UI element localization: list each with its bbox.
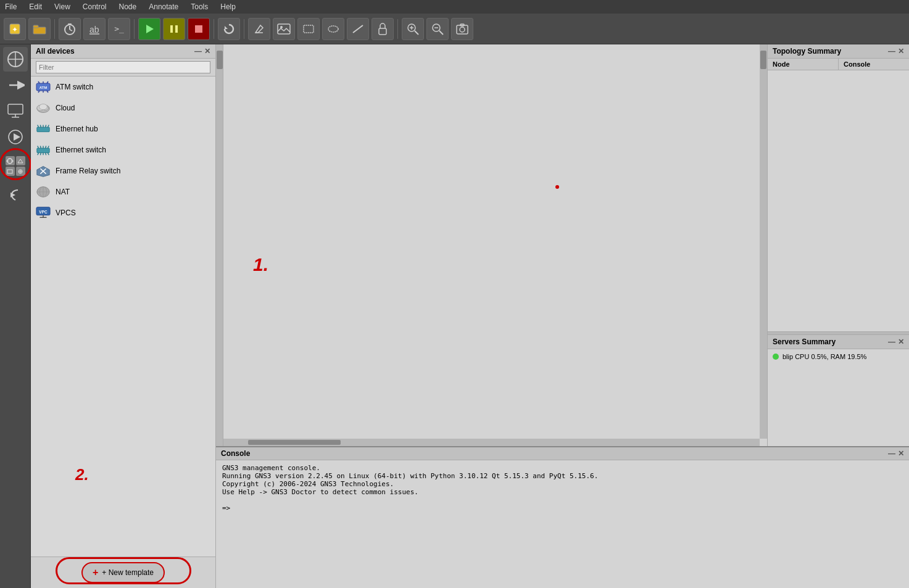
svg-line-62 [40, 125, 41, 128]
pause-button[interactable] [163, 18, 185, 40]
reload-button[interactable] [218, 18, 240, 40]
server-item-blip: blip CPU 0.5%, RAM 19.5% [773, 353, 904, 360]
menu-edit[interactable]: Edit [27, 1, 44, 12]
rect-annotation-button[interactable] [297, 18, 320, 40]
canvas-vscroll-left[interactable] [216, 44, 223, 446]
toolbar-sep-2 [134, 19, 135, 39]
device-item-cloud[interactable]: Cloud [31, 97, 215, 118]
open-project-button[interactable] [28, 18, 51, 40]
svg-line-70 [46, 146, 46, 149]
svg-line-23 [415, 31, 418, 35]
play-sidebar-icon[interactable] [3, 125, 28, 149]
canvas[interactable]: 1. [216, 44, 767, 446]
menu-file[interactable]: File [2, 1, 19, 12]
svg-line-73 [40, 153, 41, 155]
topology-summary: Topology Summary — ✕ Node Console [768, 44, 909, 331]
device-item-atm-switch[interactable]: ATM ATM switch [31, 77, 215, 97]
servers-minimize-icon[interactable]: — [888, 337, 895, 346]
svg-text:ATM: ATM [39, 86, 48, 89]
ethernet-switch-label: Ethernet switch [56, 146, 106, 154]
canvas-hscroll[interactable] [223, 439, 760, 446]
terminal-button[interactable]: >_ [108, 18, 130, 40]
new-template-bar: + + New template [31, 557, 215, 588]
plus-icon: + [93, 567, 98, 578]
vscroll-thumb-right[interactable] [760, 51, 766, 69]
servers-close-icon[interactable]: ✕ [898, 337, 904, 346]
devices-panel-minimize[interactable]: — [194, 47, 202, 56]
frame-relay-switch-icon [36, 164, 51, 178]
screenshot-button[interactable] [451, 18, 473, 40]
svg-rect-29 [457, 25, 468, 34]
svg-rect-21 [379, 28, 386, 35]
canvas-vscroll-right[interactable] [760, 44, 767, 439]
svg-rect-35 [8, 104, 23, 114]
cloud-icon [36, 101, 51, 115]
filter-input[interactable] [36, 61, 210, 73]
svg-rect-66 [37, 148, 49, 152]
servers-header-icons: — ✕ [888, 337, 904, 346]
cloud-label: Cloud [56, 104, 75, 112]
svg-line-27 [439, 31, 443, 35]
cloud-svg [36, 102, 51, 114]
svg-marker-39 [14, 133, 20, 141]
topology-table-header: Node Console [768, 59, 909, 70]
device-item-ethernet-switch[interactable]: Ethernet switch [31, 139, 215, 160]
back-icon[interactable] [3, 183, 28, 207]
atm-switch-icon: ATM [36, 80, 51, 94]
topology-body [768, 70, 909, 331]
svg-line-20 [353, 25, 363, 33]
text-edit-button[interactable]: ab [83, 18, 106, 40]
play-button[interactable] [138, 18, 160, 40]
export-image-button[interactable] [273, 18, 295, 40]
ellipse-annotation-button[interactable] [322, 18, 344, 40]
lock-button[interactable] [371, 18, 394, 40]
svg-rect-18 [304, 25, 313, 33]
svg-marker-47 [10, 193, 15, 197]
vscroll-thumb-left[interactable] [217, 51, 223, 69]
device-item-nat[interactable]: NAT [31, 181, 215, 202]
device-item-vpcs[interactable]: VPC VPCS [31, 202, 215, 223]
console-line-5 [222, 496, 903, 504]
edit-mode-button[interactable] [248, 18, 270, 40]
devices-panel-title: All devices [36, 47, 75, 56]
menu-node[interactable]: Node [117, 1, 139, 12]
vpcs-label: VPCS [56, 209, 76, 217]
svg-line-76 [48, 153, 49, 155]
device-item-ethernet-hub[interactable]: Ethernet hub [31, 118, 215, 139]
console-minimize-icon[interactable]: — [888, 449, 895, 458]
topology-close-icon[interactable]: ✕ [898, 47, 904, 56]
timer-button[interactable] [59, 18, 81, 40]
pointer-mode-icon[interactable] [3, 47, 28, 72]
zoom-out-button[interactable] [426, 18, 449, 40]
devices-panel-close[interactable]: ✕ [204, 47, 210, 56]
menu-tools[interactable]: Tools [188, 1, 210, 12]
svg-line-68 [40, 146, 41, 149]
device-item-frame-relay-switch[interactable]: Frame Relay switch [31, 160, 215, 181]
console-line-4: Use Help -> GNS3 Doctor to detect common… [222, 488, 903, 496]
new-template-button[interactable]: + + New template [81, 562, 165, 583]
new-project-button[interactable]: ✦ [4, 18, 26, 40]
menu-view[interactable]: View [52, 1, 73, 12]
center-right-wrapper: 1. Topology Summary — ✕ [216, 44, 909, 588]
menu-help[interactable]: Help [218, 1, 238, 12]
line-annotation-button[interactable] [347, 18, 369, 40]
connections-icon[interactable] [3, 73, 28, 97]
menu-control[interactable]: Control [80, 1, 109, 12]
menu-annotate[interactable]: Annotate [146, 1, 181, 12]
topology-header-icons: — ✕ [888, 47, 904, 56]
svg-line-61 [38, 125, 39, 128]
svg-text:ab: ab [89, 25, 99, 35]
console-line-1: GNS3 management console. [222, 464, 903, 472]
device-group-icon[interactable] [2, 151, 29, 181]
filter-row [31, 59, 215, 77]
toolbar: ✦ ab >_ [0, 14, 909, 44]
svg-text:VPC: VPC [39, 210, 48, 214]
topology-minimize-icon[interactable]: — [888, 47, 895, 56]
hscroll-thumb[interactable] [248, 440, 341, 445]
console-close-icon[interactable]: ✕ [898, 449, 904, 458]
zoom-in-button[interactable] [402, 18, 424, 40]
stop-button[interactable] [188, 18, 210, 40]
monitor-icon[interactable] [3, 99, 28, 123]
toolbar-sep-5 [397, 19, 398, 39]
toolbar-sep-3 [214, 19, 214, 39]
